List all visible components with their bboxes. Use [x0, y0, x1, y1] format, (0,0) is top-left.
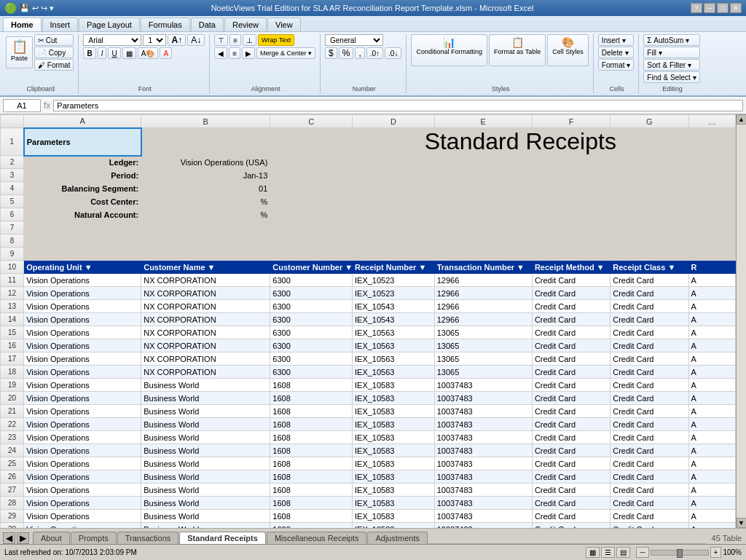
tab-view[interactable]: View: [267, 17, 301, 31]
page-break-view-btn[interactable]: ▤: [616, 547, 630, 558]
col-header-r[interactable]: R: [688, 261, 735, 274]
col-header-g[interactable]: G: [610, 115, 688, 128]
sheet-tab-standard-receipts[interactable]: Standard Receipts: [179, 532, 266, 544]
tab-review[interactable]: Review: [224, 17, 267, 31]
fill-color-button[interactable]: A🎨: [138, 47, 159, 59]
zoom-slider[interactable]: [651, 550, 709, 556]
cell-b4[interactable]: 01: [141, 182, 270, 195]
cut-button[interactable]: ✂ Cut: [34, 34, 74, 46]
wrap-text-btn[interactable]: Wrap Text: [258, 34, 294, 46]
tab-formulas[interactable]: Formulas: [141, 17, 190, 31]
tab-nav-right[interactable]: ▶: [17, 532, 29, 544]
cell-h1[interactable]: [688, 128, 735, 156]
col-header-f[interactable]: F: [532, 115, 610, 128]
row-num[interactable]: 1: [1, 128, 24, 156]
col-header-operating-unit[interactable]: Operating Unit ▼: [24, 261, 141, 274]
number-format-select[interactable]: General: [325, 34, 383, 46]
cell-a2[interactable]: Ledger:: [24, 156, 141, 169]
underline-button[interactable]: U: [108, 47, 120, 59]
align-middle-btn[interactable]: ≡: [229, 34, 241, 46]
col-header-a[interactable]: A: [24, 115, 141, 128]
page-layout-view-btn[interactable]: ☰: [601, 547, 615, 558]
row-num[interactable]: 3: [1, 169, 24, 182]
italic-button[interactable]: I: [98, 47, 107, 59]
font-name-select[interactable]: Arial: [83, 34, 141, 46]
increase-decimal-btn[interactable]: .0↑: [366, 47, 383, 59]
conditional-formatting-btn[interactable]: 📊 Conditional Formatting: [411, 34, 487, 66]
delete-cells-btn[interactable]: Delete ▾: [598, 47, 634, 58]
cell-b2[interactable]: Vision Operations (USA): [141, 156, 270, 169]
corner-cell[interactable]: [1, 115, 24, 128]
row-num[interactable]: 8: [1, 234, 24, 248]
close-btn[interactable]: ✕: [730, 3, 742, 13]
currency-btn[interactable]: $: [325, 47, 337, 59]
autosum-btn[interactable]: Σ AutoSum ▾: [643, 34, 699, 46]
align-bottom-btn[interactable]: ⊥: [243, 34, 256, 46]
formula-input[interactable]: [53, 100, 743, 111]
find-select-btn[interactable]: Find & Select ▾: [643, 71, 699, 83]
col-header-c[interactable]: C: [270, 115, 353, 128]
increase-font-btn[interactable]: A↑: [168, 34, 186, 46]
insert-cells-btn[interactable]: Insert ▾: [598, 34, 634, 46]
vertical-scrollbar[interactable]: ▲ ▼: [736, 114, 746, 528]
align-center-btn[interactable]: ≡: [229, 47, 240, 59]
row-num[interactable]: 10: [1, 261, 24, 274]
cell-reference-box[interactable]: A1: [3, 99, 41, 112]
format-cells-btn[interactable]: Format ▾: [598, 59, 634, 71]
cell-b3[interactable]: Jan-13: [141, 169, 270, 182]
cell-a5[interactable]: Cost Center:: [24, 195, 141, 208]
row-num[interactable]: 9: [1, 248, 24, 261]
grid-area[interactable]: A B C D E F G …: [0, 114, 736, 528]
cell-styles-btn[interactable]: 🎨 Cell Styles: [547, 34, 589, 66]
row-num[interactable]: 5: [1, 195, 24, 208]
col-header-receipt-number[interactable]: Receipt Number ▼: [353, 261, 435, 274]
tab-nav-left[interactable]: ◀: [3, 532, 15, 544]
zoom-out-btn[interactable]: ─: [636, 547, 648, 558]
col-header-receipt-class[interactable]: Receipt Class ▼: [610, 261, 688, 274]
cell-b1[interactable]: [141, 128, 270, 156]
tab-page-layout[interactable]: Page Layout: [79, 17, 140, 31]
cell-a3[interactable]: Period:: [24, 169, 141, 182]
cell-a1[interactable]: Parameters: [24, 128, 141, 156]
col-header-customer-name[interactable]: Customer Name ▼: [141, 261, 270, 274]
row-num[interactable]: 7: [1, 221, 24, 234]
merge-center-btn[interactable]: Merge & Center ▾: [256, 47, 315, 59]
col-header-receipt-method[interactable]: Receipt Method ▼: [532, 261, 610, 274]
decrease-font-btn[interactable]: A↓: [187, 34, 205, 46]
fill-btn[interactable]: Fill ▾: [643, 47, 699, 58]
col-header-d[interactable]: D: [353, 115, 435, 128]
col-header-customer-number[interactable]: Customer Number ▼: [270, 261, 353, 274]
sort-filter-btn[interactable]: Sort & Filter ▾: [643, 59, 699, 71]
sheet-tab-about[interactable]: About: [33, 532, 70, 544]
font-color-button[interactable]: A: [160, 47, 172, 59]
help-btn[interactable]: ?: [691, 3, 702, 13]
decrease-decimal-btn[interactable]: .0↓: [385, 47, 401, 59]
zoom-in-btn[interactable]: +: [710, 547, 722, 558]
row-num[interactable]: 4: [1, 182, 24, 195]
format-painter-button[interactable]: 🖌 Format: [34, 59, 74, 71]
row-num[interactable]: 2: [1, 156, 24, 169]
comma-btn[interactable]: ,: [355, 47, 364, 59]
sheet-tab-prompts[interactable]: Prompts: [71, 532, 117, 544]
font-size-select[interactable]: 10: [143, 34, 166, 46]
sheet-tab-adjustments[interactable]: Adjustments: [367, 532, 428, 544]
col-header-e[interactable]: E: [434, 115, 532, 128]
col-header-h[interactable]: …: [688, 115, 735, 128]
paste-button[interactable]: 📋 Paste: [6, 36, 33, 68]
row-num[interactable]: 6: [1, 208, 24, 221]
sheet-tab-transactions[interactable]: Transactions: [117, 532, 179, 544]
sheet-tab-misc-receipts[interactable]: Miscellaneous Receipts: [267, 532, 367, 544]
maximize-btn[interactable]: □: [717, 3, 729, 13]
copy-button[interactable]: 📄 Copy: [34, 47, 74, 58]
cell-a4[interactable]: Balancing Segment:: [24, 182, 141, 195]
cell-b6[interactable]: %: [141, 208, 270, 221]
tab-home[interactable]: Home: [3, 17, 42, 31]
border-button[interactable]: ▦: [122, 47, 136, 59]
cell-c1[interactable]: [270, 128, 353, 156]
tab-insert[interactable]: Insert: [42, 17, 79, 31]
align-top-btn[interactable]: ⊤: [214, 34, 228, 46]
percent-btn[interactable]: %: [339, 47, 354, 59]
align-right-btn[interactable]: ▶: [242, 47, 255, 59]
tab-data[interactable]: Data: [191, 17, 224, 31]
col-header-b[interactable]: B: [141, 115, 270, 128]
